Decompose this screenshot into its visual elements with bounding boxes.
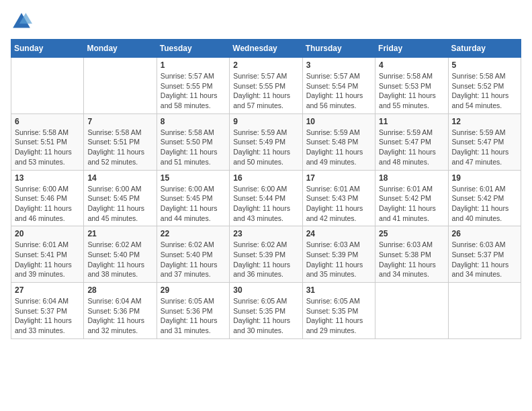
calendar-cell: 21Sunrise: 6:02 AM Sunset: 5:40 PM Dayli… [84,226,157,283]
day-number: 16 [233,173,298,183]
weekday-header-row: SundayMondayTuesdayWednesdayThursdayFrid… [11,40,521,58]
calendar-week-4: 20Sunrise: 6:01 AM Sunset: 5:41 PM Dayli… [11,226,521,283]
day-number: 22 [161,229,226,238]
day-number: 7 [87,117,152,126]
day-info: Sunrise: 5:58 AM Sunset: 5:52 PM Dayligh… [452,71,517,111]
day-number: 9 [233,117,298,126]
calendar-cell: 13Sunrise: 6:00 AM Sunset: 5:46 PM Dayli… [11,170,84,226]
day-number: 4 [379,60,444,70]
day-info: Sunrise: 6:04 AM Sunset: 5:36 PM Dayligh… [87,296,152,336]
weekday-header-thursday: Thursday [302,40,375,58]
day-info: Sunrise: 5:59 AM Sunset: 5:47 PM Dayligh… [379,128,444,167]
day-info: Sunrise: 5:59 AM Sunset: 5:49 PM Dayligh… [233,128,298,167]
calendar-cell: 18Sunrise: 6:01 AM Sunset: 5:42 PM Dayli… [375,170,448,226]
day-number: 12 [452,117,517,126]
day-info: Sunrise: 5:57 AM Sunset: 5:55 PM Dayligh… [233,71,298,111]
weekday-header-saturday: Saturday [448,40,521,58]
calendar-cell: 19Sunrise: 6:01 AM Sunset: 5:42 PM Dayli… [448,170,521,226]
calendar-cell: 12Sunrise: 5:59 AM Sunset: 5:47 PM Dayli… [448,113,521,170]
day-number: 29 [161,285,226,295]
day-info: Sunrise: 5:59 AM Sunset: 5:48 PM Dayligh… [306,128,371,167]
calendar-week-3: 13Sunrise: 6:00 AM Sunset: 5:46 PM Dayli… [11,170,521,226]
logo-icon [11,11,32,32]
day-number: 5 [452,60,517,70]
day-info: Sunrise: 6:02 AM Sunset: 5:40 PM Dayligh… [87,240,152,279]
day-info: Sunrise: 6:00 AM Sunset: 5:45 PM Dayligh… [87,184,152,224]
calendar-cell [11,58,84,114]
day-info: Sunrise: 5:57 AM Sunset: 5:54 PM Dayligh… [306,71,371,111]
calendar-cell [375,283,448,339]
calendar-cell: 22Sunrise: 6:02 AM Sunset: 5:40 PM Dayli… [157,226,229,283]
calendar-cell: 3Sunrise: 5:57 AM Sunset: 5:54 PM Daylig… [302,58,375,114]
day-info: Sunrise: 5:58 AM Sunset: 5:50 PM Dayligh… [161,128,226,167]
day-info: Sunrise: 6:02 AM Sunset: 5:39 PM Dayligh… [233,240,298,279]
calendar-cell: 11Sunrise: 5:59 AM Sunset: 5:47 PM Dayli… [375,113,448,170]
day-number: 30 [233,285,298,295]
calendar-cell: 2Sunrise: 5:57 AM Sunset: 5:55 PM Daylig… [230,58,302,114]
day-number: 28 [87,285,152,295]
calendar-week-1: 1Sunrise: 5:57 AM Sunset: 5:55 PM Daylig… [11,58,521,114]
calendar-cell: 14Sunrise: 6:00 AM Sunset: 5:45 PM Dayli… [84,170,157,226]
day-info: Sunrise: 6:05 AM Sunset: 5:36 PM Dayligh… [161,296,226,336]
day-info: Sunrise: 6:00 AM Sunset: 5:45 PM Dayligh… [161,184,226,224]
day-number: 25 [379,229,444,238]
day-info: Sunrise: 5:58 AM Sunset: 5:53 PM Dayligh… [379,71,444,111]
day-info: Sunrise: 6:05 AM Sunset: 5:35 PM Dayligh… [233,296,298,336]
day-number: 14 [87,173,152,183]
weekday-header-monday: Monday [84,40,157,58]
day-number: 23 [233,229,298,238]
day-info: Sunrise: 5:58 AM Sunset: 5:51 PM Dayligh… [15,128,80,167]
day-info: Sunrise: 6:03 AM Sunset: 5:39 PM Dayligh… [306,240,371,279]
calendar-cell: 1Sunrise: 5:57 AM Sunset: 5:55 PM Daylig… [157,58,229,114]
calendar-cell: 7Sunrise: 5:58 AM Sunset: 5:51 PM Daylig… [84,113,157,170]
day-info: Sunrise: 6:01 AM Sunset: 5:43 PM Dayligh… [306,184,371,224]
day-number: 18 [379,173,444,183]
day-number: 27 [15,285,80,295]
calendar-cell: 20Sunrise: 6:01 AM Sunset: 5:41 PM Dayli… [11,226,84,283]
calendar-cell: 29Sunrise: 6:05 AM Sunset: 5:36 PM Dayli… [157,283,229,339]
day-number: 17 [306,173,371,183]
calendar-table: SundayMondayTuesdayWednesdayThursdayFrid… [11,39,521,339]
calendar-cell: 26Sunrise: 6:03 AM Sunset: 5:37 PM Dayli… [448,226,521,283]
calendar-cell: 31Sunrise: 6:05 AM Sunset: 5:35 PM Dayli… [302,283,375,339]
day-number: 3 [306,60,371,70]
weekday-header-friday: Friday [375,40,448,58]
day-info: Sunrise: 6:02 AM Sunset: 5:40 PM Dayligh… [161,240,226,279]
calendar-cell: 17Sunrise: 6:01 AM Sunset: 5:43 PM Dayli… [302,170,375,226]
day-number: 15 [161,173,226,183]
calendar-week-2: 6Sunrise: 5:58 AM Sunset: 5:51 PM Daylig… [11,113,521,170]
day-number: 21 [87,229,152,238]
day-number: 13 [15,173,80,183]
day-info: Sunrise: 6:00 AM Sunset: 5:46 PM Dayligh… [15,184,80,224]
calendar-cell: 15Sunrise: 6:00 AM Sunset: 5:45 PM Dayli… [157,170,229,226]
calendar-cell: 28Sunrise: 6:04 AM Sunset: 5:36 PM Dayli… [84,283,157,339]
calendar-cell: 25Sunrise: 6:03 AM Sunset: 5:38 PM Dayli… [375,226,448,283]
day-number: 1 [161,60,226,70]
page-header [11,11,521,32]
calendar-cell: 8Sunrise: 5:58 AM Sunset: 5:50 PM Daylig… [157,113,229,170]
day-number: 20 [15,229,80,238]
day-info: Sunrise: 5:58 AM Sunset: 5:51 PM Dayligh… [87,128,152,167]
day-number: 31 [306,285,371,295]
calendar-cell: 10Sunrise: 5:59 AM Sunset: 5:48 PM Dayli… [302,113,375,170]
day-number: 10 [306,117,371,126]
calendar-cell: 23Sunrise: 6:02 AM Sunset: 5:39 PM Dayli… [230,226,302,283]
calendar-cell: 30Sunrise: 6:05 AM Sunset: 5:35 PM Dayli… [230,283,302,339]
calendar-week-5: 27Sunrise: 6:04 AM Sunset: 5:37 PM Dayli… [11,283,521,339]
day-number: 8 [161,117,226,126]
day-info: Sunrise: 6:03 AM Sunset: 5:38 PM Dayligh… [379,240,444,279]
day-info: Sunrise: 6:00 AM Sunset: 5:44 PM Dayligh… [233,184,298,224]
calendar-cell: 5Sunrise: 5:58 AM Sunset: 5:52 PM Daylig… [448,58,521,114]
day-number: 6 [15,117,80,126]
calendar-cell: 9Sunrise: 5:59 AM Sunset: 5:49 PM Daylig… [230,113,302,170]
weekday-header-tuesday: Tuesday [157,40,229,58]
day-info: Sunrise: 6:03 AM Sunset: 5:37 PM Dayligh… [452,240,517,279]
calendar-cell: 27Sunrise: 6:04 AM Sunset: 5:37 PM Dayli… [11,283,84,339]
day-info: Sunrise: 6:01 AM Sunset: 5:42 PM Dayligh… [452,184,517,224]
calendar-cell [84,58,157,114]
calendar-cell: 24Sunrise: 6:03 AM Sunset: 5:39 PM Dayli… [302,226,375,283]
day-info: Sunrise: 6:05 AM Sunset: 5:35 PM Dayligh… [306,296,371,336]
logo [11,11,35,32]
day-info: Sunrise: 6:04 AM Sunset: 5:37 PM Dayligh… [15,296,80,336]
day-info: Sunrise: 5:57 AM Sunset: 5:55 PM Dayligh… [161,71,226,111]
